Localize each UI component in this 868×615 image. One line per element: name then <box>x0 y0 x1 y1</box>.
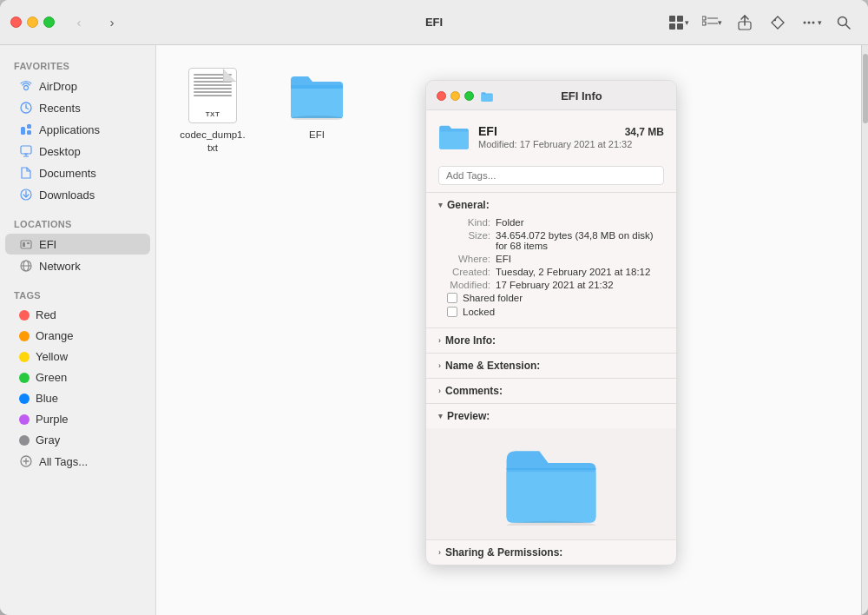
forward-button[interactable]: › <box>100 10 124 35</box>
info-name-extension-header[interactable]: › Name & Extension: <box>426 354 676 378</box>
maximize-button[interactable] <box>43 17 55 28</box>
svg-rect-28 <box>21 241 31 248</box>
sidebar-item-green[interactable]: Green <box>5 367 150 387</box>
info-minimize-button[interactable] <box>450 91 460 101</box>
sidebar-item-airdrop[interactable]: AirDrop <box>5 76 150 96</box>
sidebar-item-downloads[interactable]: Downloads <box>5 184 150 205</box>
gray-tag-dot <box>19 435 30 446</box>
search-button[interactable] <box>830 10 858 35</box>
created-label: Created: <box>438 267 490 277</box>
txt-line-7 <box>194 95 232 96</box>
kind-row: Kind: Folder <box>438 217 664 228</box>
size-label: Size: <box>438 230 490 251</box>
codec-dump-label: codec_dump1.txt <box>179 129 247 155</box>
info-general-header[interactable]: ▾ General: <box>426 193 676 217</box>
info-preview-content <box>426 428 676 539</box>
locked-row: Locked <box>438 307 664 317</box>
file-item-codec-dump[interactable]: TXT codec_dump1.txt <box>174 63 252 160</box>
svg-rect-19 <box>21 127 25 135</box>
info-sharing-section: › Sharing & Permissions: <box>426 540 676 565</box>
info-tags-input[interactable] <box>438 166 664 185</box>
txt-file-icon: TXT <box>185 68 240 123</box>
sidebar-item-desktop[interactable]: Desktop <box>5 141 150 162</box>
name-extension-title: Name & Extension: <box>445 360 540 372</box>
sidebar-item-purple[interactable]: Purple <box>5 409 150 429</box>
info-panel-title: EFI Info <box>497 89 666 102</box>
txt-line-5 <box>194 88 232 89</box>
recents-icon <box>19 101 33 115</box>
general-chevron-icon: ▾ <box>438 201 443 209</box>
window-scrollbar[interactable] <box>861 45 868 615</box>
sidebar-item-documents[interactable]: Documents <box>5 162 150 183</box>
efi-icon <box>19 237 33 251</box>
applications-icon <box>19 122 33 136</box>
file-item-efi-folder[interactable]: EFI <box>278 63 356 160</box>
locations-section-title: Locations <box>0 210 155 233</box>
green-label: Green <box>36 371 67 384</box>
created-row: Created: Tuesday, 2 February 2021 at 18:… <box>438 267 664 277</box>
downloads-icon <box>19 188 33 202</box>
blue-label: Blue <box>36 392 58 405</box>
main-content: TXT codec_dump1.txt <box>156 45 861 615</box>
info-more-info-header[interactable]: › More Info: <box>426 328 676 353</box>
back-button[interactable]: ‹ <box>67 10 91 35</box>
more-info-section-title: More Info: <box>445 334 496 347</box>
close-button[interactable] <box>10 17 22 28</box>
documents-label: Documents <box>39 167 96 180</box>
txt-line-6 <box>194 91 232 93</box>
sharing-title: Sharing & Permissions: <box>445 546 562 559</box>
view-grid-button[interactable]: ▾ <box>665 10 693 35</box>
info-close-button[interactable] <box>437 91 446 101</box>
efi-folder-label: EFI <box>309 129 325 142</box>
size-value: 34.654.072 bytes (34,8 MB on disk) for 6… <box>496 230 664 251</box>
info-modified-date: Modified: 17 February 2021 at 21:32 <box>478 139 664 149</box>
svg-point-12 <box>812 21 814 23</box>
sidebar-item-orange[interactable]: Orange <box>5 326 150 346</box>
traffic-lights <box>10 17 55 28</box>
info-panel-folder-icon-small <box>481 90 493 102</box>
all-tags-icon <box>19 454 33 468</box>
scrollbar-thumb <box>863 54 868 123</box>
info-header-text: EFI 34,7 MB Modified: 17 February 2021 a… <box>478 124 664 149</box>
toolbar-right: ▾ ▾ <box>665 10 858 35</box>
info-traffic-lights <box>437 91 474 101</box>
network-icon <box>19 259 33 273</box>
where-row: Where: EFI <box>438 254 664 264</box>
info-file-name: EFI <box>478 124 497 138</box>
sidebar-item-all-tags[interactable]: All Tags... <box>5 451 150 472</box>
info-header: EFI 34,7 MB Modified: 17 February 2021 a… <box>426 110 676 162</box>
sidebar-item-gray[interactable]: Gray <box>5 430 150 450</box>
sidebar-item-applications[interactable]: Applications <box>5 119 150 140</box>
sharing-chevron-icon: › <box>438 548 441 557</box>
info-preview-header[interactable]: ▾ Preview: <box>426 404 676 428</box>
info-sharing-header[interactable]: › Sharing & Permissions: <box>426 540 676 565</box>
svg-rect-21 <box>27 130 31 135</box>
yellow-label: Yellow <box>36 350 68 363</box>
shared-folder-checkbox[interactable] <box>447 293 457 303</box>
sidebar-item-yellow[interactable]: Yellow <box>5 347 150 367</box>
tag-button[interactable] <box>764 10 792 35</box>
sidebar-item-efi[interactable]: EFI <box>5 234 150 255</box>
svg-rect-3 <box>677 23 683 30</box>
info-maximize-button[interactable] <box>464 91 474 101</box>
sidebar-item-network[interactable]: Network <box>5 255 150 276</box>
svg-rect-20 <box>27 124 31 129</box>
share-button[interactable] <box>731 10 759 35</box>
svg-rect-5 <box>702 22 706 25</box>
txt-line-2 <box>194 77 232 79</box>
favorites-section-title: Favorites <box>0 52 155 75</box>
action-button[interactable]: ▾ <box>797 10 825 35</box>
sidebar-item-red[interactable]: Red <box>5 305 150 325</box>
kind-label: Kind: <box>438 217 490 228</box>
minimize-button[interactable] <box>27 17 38 28</box>
locked-checkbox[interactable] <box>447 307 457 317</box>
sidebar-item-blue[interactable]: Blue <box>5 388 150 408</box>
blue-tag-dot <box>19 393 30 404</box>
view-options-button[interactable]: ▾ <box>698 10 726 35</box>
svg-point-9 <box>774 18 776 20</box>
txt-line-3 <box>194 81 232 83</box>
txt-line-1 <box>194 74 232 76</box>
info-comments-header[interactable]: › Comments: <box>426 379 676 403</box>
general-section-title: General: <box>447 199 490 211</box>
sidebar-item-recents[interactable]: Recents <box>5 97 150 118</box>
